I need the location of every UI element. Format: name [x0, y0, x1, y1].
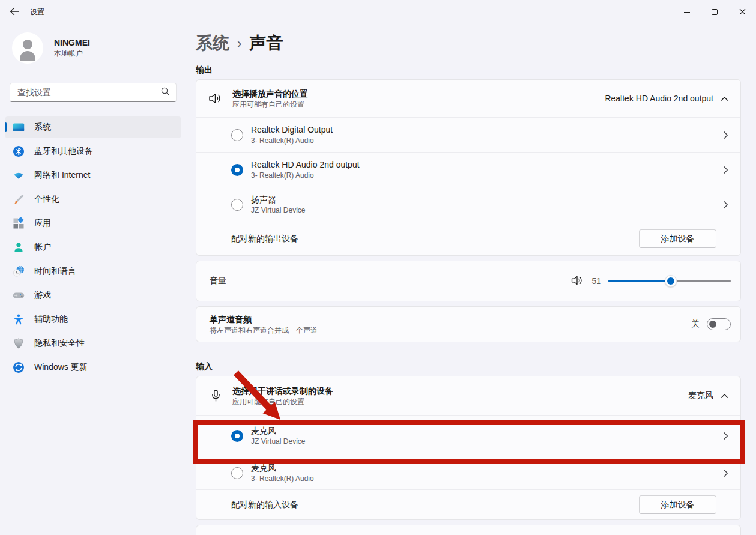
output-device-row-speakers[interactable]: 扬声器 JZ Virtual Device — [196, 187, 740, 222]
device-detail: 3- Realtek(R) Audio — [251, 474, 314, 484]
input-device-row-realtek[interactable]: 麦克风 3- Realtek(R) Audio — [196, 456, 740, 489]
avatar — [12, 32, 43, 64]
sidebar: NINGMEI 本地帐户 系统 蓝牙和其他设备 网络和 Intern — [0, 29, 186, 381]
sidebar-item-label: 帐户 — [34, 242, 51, 253]
add-input-device-button[interactable]: 添加设备 — [639, 495, 716, 514]
output-selector-card: 选择播放声音的位置 应用可能有自己的设置 Realtek HD Audio 2n… — [196, 79, 741, 256]
chevron-right-icon[interactable] — [723, 469, 728, 477]
privacy-icon — [13, 337, 25, 349]
radio-unchecked[interactable] — [231, 467, 243, 479]
search-input[interactable] — [17, 88, 161, 97]
chevron-right-icon[interactable] — [723, 432, 728, 440]
radio-checked[interactable] — [231, 164, 243, 176]
output-selector-header[interactable]: 选择播放声音的位置 应用可能有自己的设置 Realtek HD Audio 2n… — [196, 80, 740, 117]
output-device-row-realtek-hd-2nd[interactable]: Realtek HD Audio 2nd output 3- Realtek(R… — [196, 152, 740, 187]
sidebar-item-time-language[interactable]: 时间和语言 — [5, 261, 181, 282]
input-device-row-jz-virtual[interactable]: 麦克风 JZ Virtual Device — [196, 415, 740, 456]
sidebar-item-privacy[interactable]: 隐私和安全性 — [5, 333, 181, 354]
chevron-right-icon[interactable] — [723, 166, 728, 174]
sidebar-item-bluetooth[interactable]: 蓝牙和其他设备 — [5, 141, 181, 162]
input-selector-subtitle: 应用可能有自己的设置 — [232, 397, 333, 407]
input-selector-header[interactable]: 选择用于讲话或录制的设备 应用可能有自己的设置 麦克风 — [196, 376, 740, 415]
output-selected-device-value: Realtek HD Audio 2nd output — [605, 94, 713, 103]
sidebar-item-label: 隐私和安全性 — [34, 338, 85, 349]
main-content: 系统 › 声音 输出 选择播放声音的位置 应用可能有自己的设置 Realtek … — [196, 0, 741, 535]
minimize-button[interactable] — [673, 0, 701, 24]
device-detail: 3- Realtek(R) Audio — [251, 136, 333, 146]
sidebar-item-label: 应用 — [34, 218, 51, 229]
sidebar-item-label: 辅助功能 — [34, 314, 68, 325]
back-arrow-icon — [10, 7, 19, 17]
add-output-device-button[interactable]: 添加设备 — [639, 229, 716, 248]
titlebar: 设置 — [0, 0, 756, 24]
microphone-icon — [207, 390, 224, 402]
breadcrumb: 系统 › 声音 — [196, 31, 741, 55]
mono-audio-toggle[interactable] — [707, 318, 731, 330]
volume-speaker-icon[interactable] — [571, 275, 584, 288]
sidebar-item-label: 个性化 — [34, 194, 59, 205]
minimize-icon — [684, 12, 690, 13]
sidebar-item-label: 网络和 Internet — [34, 170, 90, 181]
sidebar-item-gaming[interactable]: 游戏 — [5, 285, 181, 306]
personalization-icon — [13, 193, 25, 205]
radio-checked[interactable] — [231, 430, 243, 442]
accounts-icon — [13, 241, 25, 253]
close-button[interactable] — [728, 0, 756, 24]
speaker-icon — [207, 92, 224, 104]
sidebar-item-label: 游戏 — [34, 290, 51, 301]
page-title: 声音 — [249, 32, 283, 55]
chevron-up-icon[interactable] — [721, 94, 728, 103]
selected-indicator — [5, 122, 7, 132]
output-selector-subtitle: 应用可能有自己的设置 — [232, 100, 308, 110]
chevron-up-icon[interactable] — [721, 391, 728, 400]
app-title: 设置 — [30, 7, 44, 17]
radio-unchecked[interactable] — [231, 129, 243, 141]
volume-slider[interactable] — [608, 275, 731, 287]
sidebar-item-accounts[interactable]: 帐户 — [5, 237, 181, 258]
breadcrumb-separator-icon: › — [237, 35, 241, 52]
device-name: 扬声器 — [251, 193, 305, 205]
network-icon — [13, 169, 25, 181]
sidebar-item-label: 系统 — [34, 122, 51, 133]
user-account-type: 本地帐户 — [54, 49, 90, 59]
close-icon — [739, 7, 746, 17]
gaming-icon — [13, 289, 25, 301]
output-device-row-realtek-digital[interactable]: Realtek Digital Output 3- Realtek(R) Aud… — [196, 117, 740, 152]
sidebar-item-apps[interactable]: 应用 — [5, 213, 181, 234]
sidebar-nav: 系统 蓝牙和其他设备 网络和 Internet 个性化 应用 — [0, 116, 186, 378]
volume-value: 51 — [591, 276, 601, 286]
search-box[interactable] — [10, 83, 177, 102]
volume-card: 音量 51 — [196, 261, 741, 301]
sidebar-item-label: 时间和语言 — [34, 266, 76, 277]
chevron-right-icon[interactable] — [723, 131, 728, 139]
sidebar-item-label: 蓝牙和其他设备 — [34, 146, 93, 157]
sidebar-item-network[interactable]: 网络和 Internet — [5, 165, 181, 186]
maximize-button[interactable] — [701, 0, 728, 24]
device-detail: 3- Realtek(R) Audio — [251, 171, 360, 181]
time-language-icon — [13, 265, 25, 277]
volume-slider-thumb[interactable] — [665, 275, 677, 287]
pair-input-device-row: 配对新的输入设备 添加设备 — [196, 489, 740, 519]
pair-output-device-row: 配对新的输出设备 添加设备 — [196, 222, 740, 255]
breadcrumb-parent[interactable]: 系统 — [196, 32, 229, 55]
sidebar-item-personalization[interactable]: 个性化 — [5, 189, 181, 210]
device-name: Realtek HD Audio 2nd output — [251, 159, 360, 171]
sidebar-item-windows-update[interactable]: Windows 更新 — [5, 357, 181, 378]
user-name: NINGMEI — [54, 37, 90, 49]
sidebar-item-system[interactable]: 系统 — [5, 116, 181, 138]
sidebar-item-accessibility[interactable]: 辅助功能 — [5, 309, 181, 330]
back-button[interactable] — [5, 2, 24, 22]
window-controls — [673, 0, 756, 24]
windows-update-icon — [13, 361, 25, 373]
device-name: 麦克风 — [251, 425, 305, 437]
output-section-label: 输出 — [196, 65, 741, 74]
device-name: 麦克风 — [251, 462, 314, 474]
mono-audio-subtitle: 将左声道和右声道合并成一个声道 — [210, 325, 318, 336]
input-selector-card: 选择用于讲话或录制的设备 应用可能有自己的设置 麦克风 麦克风 JZ Virtu… — [196, 376, 741, 520]
accessibility-icon — [13, 313, 25, 325]
chevron-right-icon[interactable] — [723, 201, 728, 209]
apps-icon — [13, 217, 25, 229]
user-profile[interactable]: NINGMEI 本地帐户 — [12, 32, 186, 64]
mono-audio-title: 单声道音频 — [210, 313, 318, 325]
radio-unchecked[interactable] — [231, 199, 243, 211]
